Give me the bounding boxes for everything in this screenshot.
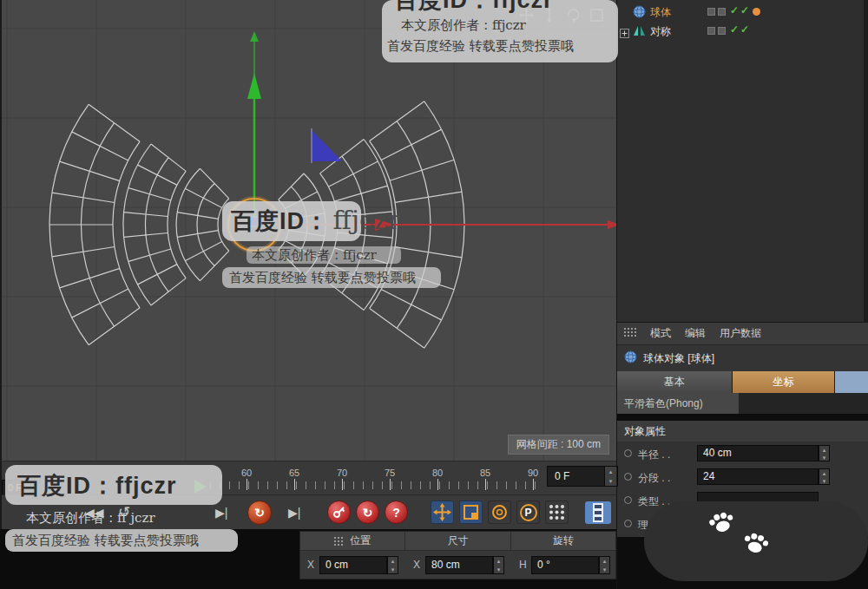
position-x-input[interactable]: 0 cm	[319, 556, 387, 574]
rotation-header: 旋转	[511, 532, 615, 550]
switch-view-icon[interactable]	[589, 7, 604, 23]
rotate-icon	[490, 503, 509, 521]
scrollbar[interactable]	[864, 0, 868, 323]
property-row-segments: 分段 . . 24 ▴▾	[617, 465, 868, 488]
shading-row: 平滑着色(Phong)	[617, 393, 868, 414]
property-row-type: 类型 . .	[617, 488, 868, 512]
tab-coordinates[interactable]: 坐标	[733, 371, 834, 393]
position-x-group: X 0 cm ▴▾	[304, 556, 406, 575]
attribute-tabs: 基本 坐标	[617, 371, 868, 393]
stepper[interactable]: ▴▾	[819, 468, 830, 485]
viewport-nav-icons	[518, 7, 604, 23]
record-scale-button[interactable]	[459, 501, 483, 524]
property-label: 理	[638, 518, 648, 533]
type-dropdown[interactable]	[697, 492, 819, 508]
menu-edit[interactable]: 编辑	[685, 326, 706, 341]
keyframe-dot-icon[interactable]	[624, 496, 632, 504]
phong-tag-label[interactable]: 平滑着色(Phong)	[617, 393, 739, 414]
record-parameter-button[interactable]: P	[516, 501, 540, 524]
object-label-symmetry[interactable]: 对称	[650, 24, 671, 39]
position-header: 位置	[300, 532, 405, 550]
stepper[interactable]: ▴▾	[493, 556, 504, 574]
coordinates-panel: 位置 尺寸 旋转 X 0 cm ▴▾ X 80 cm ▴▾ H 0 ° ▴▾	[299, 531, 616, 579]
record-pla-button[interactable]	[545, 501, 569, 524]
rewind-button[interactable]: ◀◀	[85, 501, 104, 524]
menu-mode[interactable]: 模式	[650, 326, 671, 341]
layer-toggle-icon[interactable]	[718, 27, 726, 35]
attribute-menubar: 模式 编辑 用户数据	[617, 323, 868, 345]
symmetry-object-icon	[633, 24, 646, 41]
move-icon	[433, 503, 451, 521]
size-x-input[interactable]: 80 cm	[425, 556, 493, 574]
expand-icon[interactable]	[620, 26, 629, 42]
frame-tick-label: 65	[289, 468, 299, 478]
panel-grip-icon	[624, 328, 636, 340]
loop-button[interactable]: ↺	[118, 501, 130, 524]
major-tick	[294, 479, 295, 490]
major-tick	[485, 479, 486, 490]
pan-view-icon[interactable]	[518, 7, 534, 23]
object-properties-rows: 半径 . . 40 cm ▴▾ 分段 . . 24 ▴▾ 类型 . . 理	[617, 442, 868, 537]
stepper[interactable]: ▴▾	[819, 445, 830, 461]
minor-ticks	[210, 481, 542, 489]
material-dot-icon[interactable]	[753, 8, 760, 16]
axis-label: H	[519, 559, 527, 571]
tab-extra[interactable]	[835, 371, 868, 393]
stepper[interactable]: ▴▾	[387, 556, 398, 574]
animation-toolbar: ◀◀ ↺ ▶| ↻ ▶| ↻ ? P	[0, 494, 616, 529]
keyframe-dot-icon[interactable]	[624, 520, 632, 527]
frame-tick-label: 80	[432, 468, 443, 478]
segments-input[interactable]: 24	[697, 468, 819, 485]
render-preview-button[interactable]	[585, 501, 611, 524]
c4d-window: 网格间距 : 100 cm 球体 ✓ ✓ 对称 ✓ ✓	[0, 0, 868, 589]
property-label: 分段 . .	[638, 471, 670, 486]
play-button[interactable]: ↻	[247, 501, 272, 525]
autokey-button[interactable]: ↻	[356, 501, 379, 524]
filmstrip-icon	[585, 501, 611, 524]
menu-user-data[interactable]: 用户数据	[720, 326, 761, 341]
goto-end-button[interactable]: ▶|	[288, 501, 300, 524]
rotation-h-input[interactable]: 0 °	[531, 556, 599, 574]
keyframe-dot-icon[interactable]	[624, 473, 632, 481]
object-manager: 球体 ✓ ✓ 对称 ✓ ✓	[616, 0, 868, 323]
major-tick	[533, 479, 534, 490]
object-row-symmetry[interactable]: 对称 ✓ ✓	[617, 23, 868, 40]
coordinates-header: 位置 尺寸 旋转	[300, 532, 615, 551]
radius-input[interactable]: 40 cm	[697, 445, 819, 461]
keyframe-dot-icon[interactable]	[624, 449, 632, 457]
layer-toggle-icon[interactable]	[718, 8, 726, 16]
tab-basic[interactable]: 基本	[617, 371, 732, 393]
axis-label: X	[413, 559, 420, 571]
frame-stepper[interactable]: ▴▾	[604, 467, 616, 486]
stepper[interactable]: ▴▾	[599, 556, 610, 574]
parameter-icon: P	[520, 504, 537, 521]
frame-tick-label: 60	[241, 468, 252, 478]
record-keyframe-button[interactable]	[327, 501, 351, 524]
attribute-title-row: 球体对象 [球体]	[617, 345, 868, 371]
range-start-field[interactable]: 0 F	[2, 480, 36, 495]
record-position-button[interactable]	[431, 501, 454, 524]
enabled-check-icon[interactable]: ✓	[740, 23, 749, 36]
object-label-sphere[interactable]: 球体	[650, 5, 671, 20]
keyframe-selection-button[interactable]: ?	[385, 501, 408, 524]
timeline-play-marker[interactable]	[194, 480, 207, 494]
layer-toggle-icon[interactable]	[707, 8, 715, 16]
3d-viewport[interactable]: 网格间距 : 100 cm	[0, 0, 616, 461]
layer-toggle-icon[interactable]	[707, 27, 715, 35]
enabled-check-icon[interactable]: ✓	[730, 4, 739, 16]
viewport-canvas	[2, 0, 616, 461]
object-row-sphere[interactable]: 球体 ✓ ✓	[617, 3, 868, 21]
property-row-radius: 半径 . . 40 cm ▴▾	[617, 442, 868, 465]
enabled-check-icon[interactable]: ✓	[740, 4, 749, 16]
size-x-group: X 80 cm ▴▾	[410, 556, 512, 575]
axis-label: X	[307, 559, 314, 571]
enabled-check-icon[interactable]: ✓	[730, 23, 739, 36]
record-rotation-button[interactable]	[488, 501, 511, 524]
rotate-view-icon[interactable]	[565, 7, 581, 23]
zoom-view-icon[interactable]	[542, 7, 557, 23]
panel-grip-icon	[334, 537, 345, 546]
timeline-ruler[interactable]: 60 65 70 75 80 85 90 0 F 0 F ▴▾	[0, 461, 616, 494]
sphere-object-icon	[633, 5, 646, 22]
key-icon	[332, 506, 345, 519]
step-forward-button[interactable]: ▶|	[215, 501, 227, 524]
